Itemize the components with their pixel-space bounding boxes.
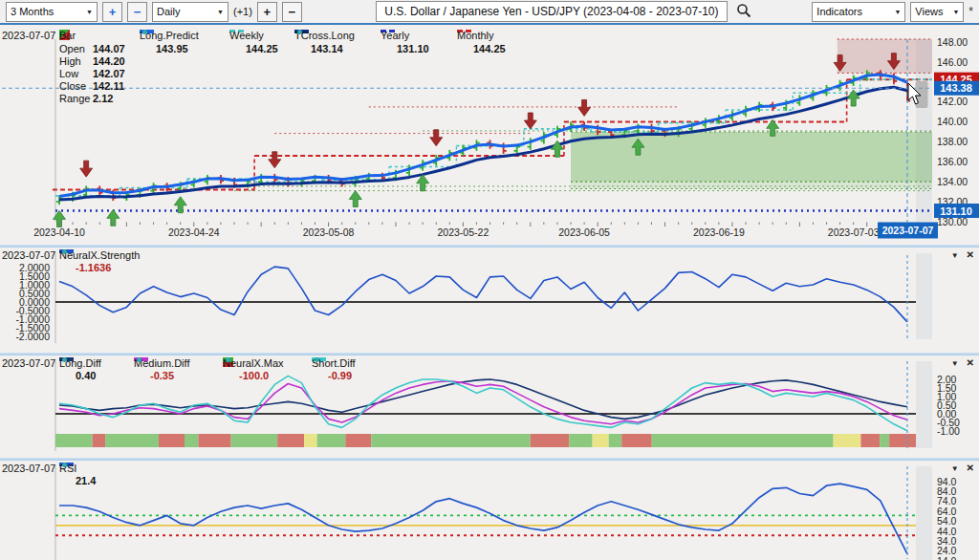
chevron-down-icon <box>86 9 93 15</box>
neuralx-max-strip-segment <box>652 434 834 447</box>
price-axis-label: 146.00 <box>937 56 968 68</box>
collapse-panel-icon[interactable] <box>951 357 959 368</box>
diff-panel: 2.001.501.000.500.00-0.50-1.00 2023-07-0… <box>0 355 979 458</box>
neuralx-max-strip-segment <box>105 434 159 447</box>
neuralx-max-strip-segment <box>185 434 198 447</box>
neuralx-max-strip-segment <box>159 434 185 447</box>
x-axis-label: 2023-05-22 <box>438 226 490 238</box>
neuralx-max-strip-segment <box>317 434 346 447</box>
symbol-title-field[interactable]: U.S. Dollar / Japanese Yen - USD/JPY (20… <box>376 1 728 22</box>
plot-background <box>0 248 979 353</box>
price-axis-label: 140.00 <box>937 116 968 127</box>
neural-strength-panel: 2.00001.50001.00000.50000.0000-0.5000-1.… <box>0 248 979 353</box>
trading-app-window: 3 Months + − Daily (+1) + − U.S. Dollar … <box>0 0 979 560</box>
search-icon[interactable] <box>736 3 751 20</box>
price-badge-label: 131.10 <box>940 205 972 217</box>
panel-controls <box>951 249 974 260</box>
modified-indicator: * <box>968 5 973 18</box>
value-axis-label: -1.00 <box>937 425 960 437</box>
toolbar-right-group: Indicators Views * <box>812 2 973 22</box>
toolbar: 3 Months + − Daily (+1) + − U.S. Dollar … <box>0 0 979 25</box>
price-axis-label: 138.00 <box>937 136 968 147</box>
rsi-plot[interactable]: 94.084.074.064.054.044.034.024.014.0 <box>0 461 979 560</box>
shift-label: (+1) <box>233 6 252 17</box>
neuralx-max-strip-segment <box>345 434 371 447</box>
neuralx-max-strip-segment <box>304 434 317 447</box>
views-select[interactable]: Views <box>910 2 964 22</box>
x-axis-label: 2023-05-08 <box>303 226 355 238</box>
plot-background <box>0 461 979 560</box>
shift-plus-button[interactable]: + <box>257 2 277 22</box>
collapse-panel-icon[interactable] <box>951 463 959 473</box>
neuralx-max-strip-segment <box>531 434 570 447</box>
zoom-out-button[interactable]: − <box>127 2 147 22</box>
neuralx-max-strip-segment <box>621 434 652 447</box>
price-chart-plot[interactable]: 2023-04-102023-04-242023-05-082023-05-22… <box>0 26 979 245</box>
shift-minus-button[interactable]: − <box>282 2 302 22</box>
value-axis-label: 14.0 <box>937 555 957 560</box>
panel-controls <box>951 463 974 473</box>
x-axis-label: 2023-04-24 <box>168 226 220 238</box>
range-select[interactable]: 3 Months <box>6 2 98 22</box>
chevron-down-icon <box>217 9 224 15</box>
future-column <box>916 39 932 222</box>
neuralx-max-strip-segment <box>609 434 622 447</box>
close-panel-icon[interactable] <box>967 463 974 473</box>
shaded-region <box>571 132 932 182</box>
future-column <box>916 466 932 560</box>
neuralx-max-strip-segment <box>593 434 609 447</box>
price-axis-label: 142.00 <box>937 96 968 107</box>
indicators-select-value: Indicators <box>816 6 862 17</box>
panel-controls <box>951 357 974 368</box>
indicators-select[interactable]: Indicators <box>812 2 905 22</box>
neuralx-max-strip-segment <box>93 434 106 447</box>
neuralx-max-strip-segment <box>860 434 880 447</box>
views-select-value: Views <box>915 6 943 17</box>
range-select-value: 3 Months <box>11 6 54 17</box>
neural-strength-plot[interactable]: 2.00001.50001.00000.50000.0000-0.5000-1.… <box>0 248 979 353</box>
neuralx-max-strip-segment <box>880 434 889 447</box>
neuralx-max-strip-segment <box>198 434 230 447</box>
chevron-down-icon <box>952 9 959 15</box>
symbol-title: U.S. Dollar / Japanese Yen - USD/JPY (20… <box>384 5 718 18</box>
price-axis-label: 134.00 <box>937 176 968 187</box>
period-select-value: Daily <box>157 6 180 17</box>
future-column <box>916 361 932 448</box>
x-axis-label: 2023-06-19 <box>693 226 745 238</box>
shaded-region <box>571 182 932 188</box>
price-axis-label: 148.00 <box>937 36 968 48</box>
neuralx-max-strip-segment <box>277 434 304 447</box>
x-axis-label: 2023-07-03 <box>828 226 880 238</box>
neuralx-max-strip-segment <box>889 434 916 447</box>
chevron-down-icon <box>894 9 901 15</box>
close-panel-icon[interactable] <box>967 249 974 260</box>
neuralx-max-strip-segment <box>371 434 531 447</box>
value-axis-label: -2.0000 <box>15 331 50 342</box>
price-badge-label: 143.38 <box>940 82 972 94</box>
x-axis-label: 2023-06-05 <box>558 226 610 238</box>
neuralx-max-strip-segment <box>231 434 278 447</box>
neuralx-max-strip-segment <box>55 434 93 447</box>
period-select[interactable]: Daily <box>152 2 228 22</box>
x-axis-label: 2023-04-10 <box>33 226 85 238</box>
rsi-panel: 94.084.074.064.054.044.034.024.014.0 202… <box>0 461 979 560</box>
future-column <box>916 253 932 339</box>
collapse-panel-icon[interactable] <box>951 249 959 260</box>
x-axis-date-badge-label: 2023-07-07 <box>882 225 934 236</box>
zoom-in-button[interactable]: + <box>102 2 122 22</box>
close-panel-icon[interactable] <box>967 357 974 368</box>
neuralx-max-strip-segment <box>569 434 592 447</box>
neuralx-max-strip-segment <box>834 434 861 447</box>
price-chart-panel: 2023-04-102023-04-242023-05-082023-05-22… <box>0 26 979 245</box>
price-axis-label: 136.00 <box>937 156 968 167</box>
diff-plot[interactable]: 2.001.501.000.500.00-0.50-1.00 <box>0 355 979 458</box>
